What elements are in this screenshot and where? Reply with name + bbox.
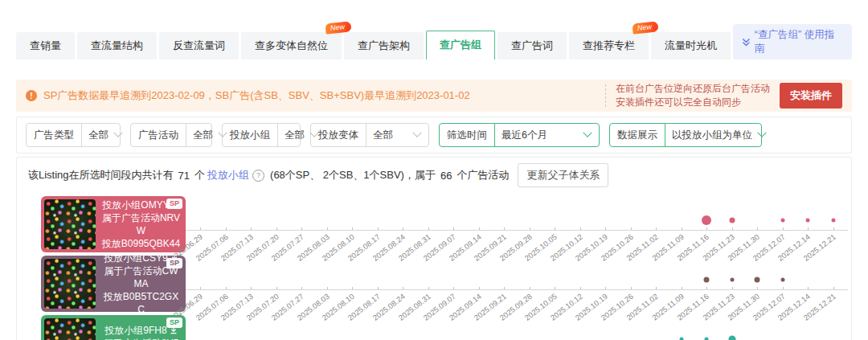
- guide-label: “查广告组” 使用指南: [755, 28, 843, 55]
- axis-tick: [833, 287, 834, 289]
- chevron-down-icon: [113, 129, 122, 137]
- product-image: [44, 259, 96, 309]
- ad-group-card[interactable]: SP投放小组CSY9属于广告活动CWMA投放B0B5TC2GXC: [41, 256, 186, 312]
- axis-tick: [200, 287, 201, 289]
- timeline-dot[interactable]: [729, 218, 735, 223]
- axis-tick: [251, 227, 252, 230]
- filter-select[interactable]: 筛选时间最近6个月: [439, 123, 600, 147]
- tab-item[interactable]: 查广告词: [497, 32, 567, 59]
- chevron-down-icon: [583, 129, 592, 137]
- axis-tick: [453, 227, 454, 230]
- axis-tick: [808, 287, 809, 289]
- axis-tick: [580, 227, 581, 230]
- ad-type-badge: SP: [166, 317, 182, 328]
- timeline-dot[interactable]: [702, 215, 711, 225]
- divider: [605, 84, 606, 107]
- ad-group-row: SP投放小组CSY9属于广告活动CWMA投放B0B5TC2GXC2025.06.…: [28, 254, 851, 313]
- timeline-dot[interactable]: [780, 219, 784, 223]
- timeline-dot[interactable]: [780, 278, 784, 282]
- filter-select[interactable]: 投放小组全部: [222, 123, 301, 147]
- axis-tick: [378, 287, 379, 289]
- ad-group-card[interactable]: SP投放小组9FH8属于广告活动2Y5O: [41, 315, 186, 340]
- ad-type-badge: SP: [166, 258, 182, 268]
- product-image: [44, 318, 96, 340]
- ad-group-card[interactable]: SP投放小组OMYY属于广告活动NRVW投放B0995QBK44: [41, 196, 186, 252]
- axis-tick: [706, 227, 707, 230]
- tab-item[interactable]: 反查流量词: [159, 32, 239, 59]
- summary-prefix: 该Listing在所选时间段内共计有: [28, 168, 174, 182]
- filter-value: 以投放小组为单位: [665, 129, 759, 142]
- ad-group-title-text: 投放小组9FH8: [104, 325, 166, 336]
- update-relationship-button[interactable]: 更新父子体关系: [518, 163, 608, 187]
- tab-item[interactable]: 查流量结构: [77, 32, 157, 59]
- axis-tick: [352, 287, 353, 289]
- timeline-dot[interactable]: [679, 338, 683, 340]
- exclamation-circle-icon: !: [26, 90, 37, 101]
- timeline-chart: 2025.06.292025.07.062025.07.132025.07.20…: [186, 254, 848, 313]
- axis-tick: [833, 227, 834, 230]
- axis-tick: [428, 227, 429, 230]
- tab-item[interactable]: 查广告架构: [344, 32, 424, 59]
- summary-unit1: 个: [194, 168, 205, 182]
- axis-tick: [479, 287, 480, 289]
- tab-item[interactable]: 流量时光机: [651, 32, 731, 59]
- filter-value: 最近6个月: [495, 129, 584, 142]
- axis-tick: [706, 287, 707, 289]
- axis-tick: [605, 227, 606, 230]
- install-plugin-button[interactable]: 安装插件: [780, 83, 842, 109]
- filter-select[interactable]: 广告类型全部: [26, 123, 121, 147]
- plugin-note-line2: 安装插件还可以完全自动同步: [616, 96, 770, 109]
- axis-tick: [783, 227, 784, 230]
- rows: SP投放小组OMYY属于广告活动NRVW投放B0995QBK442025.06.…: [28, 195, 851, 340]
- group-count: 71: [178, 170, 190, 182]
- filter-select[interactable]: 投放变体全部: [310, 123, 429, 147]
- axis-tick: [530, 227, 530, 230]
- axis-tick: [783, 287, 784, 289]
- axis-tick: [504, 287, 505, 289]
- axis-tick: [504, 227, 505, 230]
- guide-link[interactable]: “查广告组” 使用指南: [733, 24, 852, 59]
- campaign-name: 属于广告活动2Y5O: [100, 337, 182, 340]
- axis-tick: [732, 287, 733, 289]
- timeline-dot[interactable]: [704, 277, 710, 283]
- axis-tick: [226, 287, 227, 289]
- filter-value: 全部: [82, 129, 115, 142]
- tab-item[interactable]: 查推荐专栏New: [569, 32, 649, 59]
- timeline-dot[interactable]: [832, 219, 836, 223]
- axis-tick: [656, 287, 657, 289]
- tab-label: 查广告组: [440, 39, 481, 51]
- plugin-note: 在前台广告位逆向还原后台广告活动 安装插件还可以完全自动同步: [616, 82, 770, 110]
- group-link[interactable]: 投放小组: [207, 168, 249, 182]
- filter-label: 广告活动: [131, 124, 186, 146]
- timeline-chart: 2025.06.292025.07.062025.07.132025.07.20…: [186, 195, 848, 254]
- tab-item[interactable]: 查广告组: [426, 31, 495, 59]
- axis-tick: [757, 227, 758, 230]
- timeline-dot[interactable]: [730, 278, 734, 282]
- timeline-dot[interactable]: [705, 338, 709, 340]
- timeline-dot[interactable]: [806, 219, 810, 223]
- question-circle-icon[interactable]: ?: [252, 170, 264, 182]
- axis-tick: [605, 287, 606, 289]
- axis-tick: [732, 227, 733, 230]
- campaign-count: 66: [440, 170, 452, 182]
- axis-tick: [682, 227, 682, 230]
- axis-tick: [453, 287, 454, 289]
- target-asin: 投放B0995QBK44: [100, 237, 182, 250]
- tab-label: 查推荐专栏: [583, 39, 635, 51]
- tab-bar: 查销量查流量结构反查流量词查多变体自然位New查广告架构查广告组查广告词查推荐专…: [16, 24, 852, 59]
- timeline-dot[interactable]: [755, 277, 760, 283]
- filter-bar: 广告类型全部广告活动全部投放小组全部投放变体全部筛选时间最近6个月数据展示以投放…: [16, 117, 852, 154]
- axis-tick: [251, 287, 252, 289]
- chevron-down-icon: [757, 129, 766, 137]
- tab-item[interactable]: 查多变体自然位New: [241, 32, 342, 59]
- filter-select[interactable]: 广告活动全部: [130, 123, 212, 147]
- chevron-down-icon: [412, 129, 421, 137]
- plugin-note-line1: 在前台广告位逆向还原后台广告活动: [616, 82, 770, 96]
- axis-tick: [226, 227, 227, 230]
- timeline-dot[interactable]: [728, 336, 735, 340]
- timeline-axis: [186, 230, 848, 231]
- filter-select[interactable]: 数据展示以投放小组为单位: [609, 123, 762, 147]
- axis-tick: [555, 227, 555, 230]
- campaign-name: 属于广告活动NRVW: [100, 211, 182, 237]
- tab-item[interactable]: 查销量: [16, 32, 75, 59]
